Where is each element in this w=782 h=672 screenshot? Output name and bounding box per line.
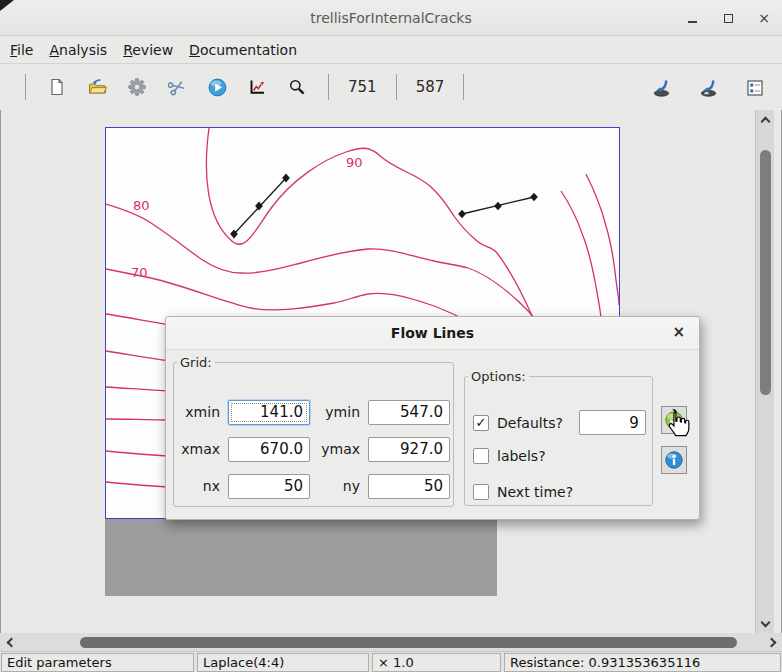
status-bar: Edit parameters Laplace(4:4) × 1.0 Resis…: [0, 651, 782, 672]
chart-icon: [248, 78, 266, 96]
gear-icon: [128, 78, 146, 96]
close-button[interactable]: ×: [756, 10, 772, 26]
defaults-label: Defaults?: [497, 415, 563, 431]
cut-button[interactable]: [164, 74, 190, 100]
options-legend: Options:: [468, 369, 529, 384]
ny-label: ny: [318, 478, 360, 494]
defaults-value-input[interactable]: [579, 410, 646, 435]
dialog-close-button[interactable]: ×: [672, 323, 685, 341]
scroll-right-button[interactable]: [764, 633, 782, 651]
plot-button[interactable]: [244, 74, 270, 100]
toolbar: 751 587: [0, 63, 782, 110]
run-button[interactable]: [204, 74, 230, 100]
dialog-title: Flow Lines: [166, 317, 699, 350]
ny-input[interactable]: [368, 474, 450, 499]
contour-label-80: 80: [133, 198, 150, 213]
minimize-button[interactable]: [684, 10, 700, 26]
horizontal-scrollbar-thumb[interactable]: [80, 637, 737, 648]
toolbar-separator: [396, 74, 397, 100]
grid-legend: Grid:: [177, 355, 215, 370]
search-icon: [288, 78, 306, 96]
play-icon: [208, 78, 227, 97]
contour-line-30: [106, 419, 170, 420]
mouse-cursor: [664, 408, 690, 442]
maximize-button[interactable]: [720, 10, 736, 26]
options-group: Options: ✓ Defaults? ✓ labels? ✓ Next ti…: [464, 369, 653, 506]
toolbar-separator: [463, 74, 464, 100]
open-file-button[interactable]: [84, 74, 110, 100]
ymin-label: ymin: [318, 404, 360, 420]
nx-label: nx: [178, 478, 220, 494]
xmin-input[interactable]: [228, 400, 310, 425]
horizontal-scrollbar[interactable]: [0, 633, 782, 651]
window-title: trellisForInternalCracks: [0, 0, 782, 36]
toolbar-separator: [25, 74, 26, 100]
nx-input[interactable]: [228, 474, 310, 499]
toolbar-separator: [328, 74, 329, 100]
app-window: { "window": { "title": "trellisForIntern…: [0, 0, 782, 672]
x-coordinate-readout: 751: [340, 78, 385, 96]
new-document-icon: [48, 78, 66, 96]
export-snapshot-button-1[interactable]: [648, 75, 674, 101]
vertical-scrollbar-thumb[interactable]: [760, 150, 771, 395]
vertical-scrollbar[interactable]: [755, 110, 774, 633]
menu-documentation[interactable]: Documentation: [181, 39, 305, 61]
new-document-button[interactable]: [44, 74, 70, 100]
zoom-button[interactable]: [284, 74, 310, 100]
ymax-label: ymax: [318, 441, 360, 457]
defaults-checkbox[interactable]: ✓: [473, 415, 489, 431]
scroll-left-button[interactable]: [0, 633, 18, 651]
scroll-up-button[interactable]: [756, 110, 775, 128]
settings-button[interactable]: [124, 74, 150, 100]
menu-bar: File Analysis Review Documentation: [0, 36, 782, 63]
contour-line-50: [106, 351, 170, 361]
info-button[interactable]: [661, 446, 687, 474]
scissors-icon: [168, 78, 186, 96]
title-bar[interactable]: trellisForInternalCracks ×: [0, 0, 782, 36]
parameters-form-button[interactable]: [742, 75, 768, 101]
labels-label: labels?: [497, 448, 546, 464]
info-icon: [664, 450, 684, 470]
scale-status: × 1.0: [372, 653, 501, 672]
y-coordinate-readout: 587: [408, 78, 453, 96]
contour-line-40: [106, 387, 170, 391]
xmax-input[interactable]: [228, 437, 310, 462]
contour-line-right-1: [561, 191, 601, 318]
contour-label-90: 90: [346, 155, 363, 170]
contour-line-right-2: [586, 174, 619, 305]
labels-checkbox[interactable]: ✓: [473, 448, 489, 464]
xmin-label: xmin: [178, 404, 220, 420]
mode-status: Edit parameters: [1, 653, 194, 672]
scroll-down-button[interactable]: [756, 615, 775, 633]
contour-line-60: [106, 314, 170, 325]
model-grey-region: [105, 519, 497, 596]
save-arrow-icon: [652, 79, 671, 97]
ymax-input[interactable]: [368, 437, 450, 462]
next-time-label: Next time?: [497, 484, 573, 500]
open-folder-icon: [88, 78, 107, 96]
contour-line-70: [106, 269, 461, 318]
contour-line-20: [106, 451, 170, 456]
contour-line-10: [106, 482, 170, 487]
grid-group: Grid: xmin ymin xmax ymax nx ny: [173, 355, 454, 507]
contour-line-90: [206, 128, 533, 318]
contour-label-70: 70: [131, 265, 148, 280]
menu-review[interactable]: Review: [115, 39, 181, 61]
save-disk-arrow-icon: [699, 79, 718, 97]
menu-file[interactable]: File: [2, 39, 41, 61]
solver-status: Laplace(4:4): [197, 653, 369, 672]
export-snapshot-button-2[interactable]: [695, 75, 721, 101]
xmax-label: xmax: [178, 441, 220, 457]
form-list-icon: [746, 79, 764, 97]
menu-analysis[interactable]: Analysis: [41, 39, 115, 61]
ymin-input[interactable]: [368, 400, 450, 425]
dialog-title-bar[interactable]: Flow Lines ×: [166, 317, 699, 350]
crack-2-markers: [459, 194, 537, 217]
next-time-checkbox[interactable]: ✓: [473, 484, 489, 500]
flow-lines-dialog: Flow Lines × Grid: xmin ymin xmax ymax n…: [165, 316, 700, 520]
contour-line-80: [106, 204, 534, 318]
resistance-status: Resistance: 0.931353635116: [504, 653, 781, 672]
